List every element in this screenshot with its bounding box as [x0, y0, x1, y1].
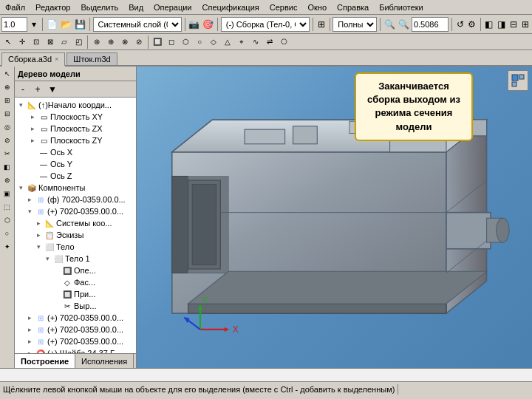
- sidebar-tab-exec[interactable]: Исполнения: [75, 354, 134, 368]
- view-area[interactable]: Заканчивается сборка выходом из режима с…: [137, 66, 532, 368]
- sidebar-tab-build[interactable]: Построение: [15, 354, 75, 368]
- left-icon-10[interactable]: ▣: [1, 188, 13, 200]
- left-icon-12[interactable]: ⬡: [1, 214, 13, 226]
- tree-collapse-btn[interactable]: -: [16, 83, 30, 96]
- menu-help[interactable]: Справка: [335, 2, 371, 13]
- settings-btn[interactable]: ⚙: [467, 16, 477, 33]
- tool-btn-17[interactable]: ⌖: [235, 35, 248, 49]
- expander-20[interactable]: ▸: [25, 337, 34, 346]
- expander-11[interactable]: ▸: [34, 231, 43, 239]
- save-btn[interactable]: 💾: [74, 16, 86, 33]
- expander-1[interactable]: ▸: [28, 112, 37, 121]
- tree-item-21[interactable]: ▸ ⭕ (+) Шайба 24.37 Г...: [16, 347, 134, 353]
- tree-item-0[interactable]: ▾ 📐 (↑)Начало коорди...: [16, 99, 134, 111]
- left-icon-14[interactable]: ✦: [1, 241, 13, 253]
- filter-btn[interactable]: ⊞: [316, 16, 326, 33]
- expander-18[interactable]: ▸: [25, 313, 34, 322]
- tree-item-7[interactable]: ▾ 📦 Компоненты: [16, 182, 134, 194]
- cam-btn[interactable]: 📷: [188, 16, 200, 33]
- left-icon-2[interactable]: ⊕: [1, 81, 13, 93]
- tool-btn-1[interactable]: ↖: [1, 35, 15, 49]
- tool-btn-19[interactable]: ⇌: [263, 35, 276, 49]
- tree-item-1[interactable]: ▸ ▭ Плоскость XY: [16, 111, 134, 123]
- tree-item-14[interactable]: ▸ 🔲 Опе...: [16, 265, 134, 276]
- target-btn[interactable]: 🎯: [202, 16, 214, 33]
- expander-19[interactable]: ▸: [25, 325, 34, 334]
- zoom-value-input[interactable]: [412, 17, 449, 32]
- corner-view-btn[interactable]: [508, 70, 528, 91]
- tree-item-13[interactable]: ▾ ⬜ Тело 1: [16, 253, 134, 265]
- tree-item-19[interactable]: ▸ ⊞ (+) 7020-0359.00.0...: [16, 324, 134, 335]
- misc-btn4[interactable]: ⊞: [520, 16, 531, 33]
- zoom-out-btn[interactable]: 🔍: [398, 16, 410, 33]
- tool-btn-9[interactable]: ⊗: [118, 35, 132, 49]
- menu-spec[interactable]: Спецификация: [200, 2, 262, 13]
- tree-item-20[interactable]: ▸ ⊞ (+) 7020-0359.00.0...: [16, 335, 134, 347]
- expander-8[interactable]: ▸: [25, 195, 34, 204]
- tree-item-15[interactable]: ▸ ◇ Фас...: [16, 276, 134, 288]
- expander-3[interactable]: ▸: [28, 136, 37, 145]
- tool-btn-13[interactable]: ⬡: [179, 35, 192, 49]
- left-icon-5[interactable]: ◎: [1, 121, 13, 133]
- tree-item-6[interactable]: ▸ — Ось Z: [16, 170, 134, 182]
- tool-btn-10[interactable]: ⊘: [132, 35, 146, 49]
- left-icon-8[interactable]: ◧: [1, 161, 13, 173]
- tree-item-8[interactable]: ▸ ⊞ (ф) 7020-0359.00.0...: [16, 194, 134, 205]
- tree-item-12[interactable]: ▾ ⬜ Тело: [16, 241, 134, 253]
- menu-file[interactable]: Файл: [3, 2, 27, 13]
- refresh-btn[interactable]: ↺: [455, 16, 466, 33]
- misc-btn1[interactable]: ◧: [484, 16, 494, 33]
- menu-edit[interactable]: Редактор: [33, 2, 72, 13]
- tree-item-5[interactable]: ▸ — Ось Y: [16, 158, 134, 170]
- assembly-select[interactable]: (-) Сборка (Тел-0, С: [221, 17, 310, 32]
- tool-btn-18[interactable]: ∿: [249, 35, 262, 49]
- left-icon-9[interactable]: ⊛: [1, 174, 13, 186]
- tool-btn-2[interactable]: ✛: [16, 35, 29, 49]
- tree-item-17[interactable]: ▸ ✂ Выр...: [16, 300, 134, 312]
- expander-12[interactable]: ▾: [34, 242, 43, 251]
- left-icon-11[interactable]: ⬚: [1, 201, 13, 213]
- tree-item-18[interactable]: ▸ ⊞ (+) 7020-0359.00.0...: [16, 312, 134, 324]
- tree-filter-btn[interactable]: ▼: [46, 83, 59, 96]
- tree-item-2[interactable]: ▸ ▭ Плоскость ZX: [16, 123, 134, 134]
- left-icon-7[interactable]: ✂: [1, 148, 13, 160]
- zoom-in-btn[interactable]: 🔍: [383, 16, 396, 33]
- left-icon-3[interactable]: ⊞: [1, 95, 13, 106]
- tab-shtok[interactable]: Шток.m3d: [66, 52, 117, 65]
- expander-7[interactable]: ▾: [16, 183, 25, 192]
- tool-btn-16[interactable]: △: [221, 35, 234, 49]
- menu-operations[interactable]: Операции: [151, 2, 194, 13]
- scale-input[interactable]: [1, 17, 27, 32]
- menu-window[interactable]: Окно: [305, 2, 329, 13]
- new-btn[interactable]: 📄: [46, 16, 58, 33]
- layer-select[interactable]: Системный слой (0): [93, 17, 182, 32]
- tree-expand-btn[interactable]: +: [31, 83, 44, 96]
- tab-sborka-close[interactable]: ×: [55, 55, 58, 63]
- left-icon-4[interactable]: ⊟: [1, 108, 13, 120]
- tool-btn-11[interactable]: 🔲: [151, 35, 164, 49]
- misc-btn3[interactable]: ⊟: [508, 16, 518, 33]
- tree-item-9[interactable]: ▾ ⊞ (+) 7020-0359.00.0...: [16, 205, 134, 217]
- left-icon-1[interactable]: ↖: [1, 68, 13, 80]
- menu-view[interactable]: Вид: [126, 2, 146, 13]
- scale-down-btn[interactable]: ▾: [29, 16, 39, 33]
- tool-btn-20[interactable]: ⎔: [277, 35, 290, 49]
- menu-libraries[interactable]: Библиотеки: [377, 2, 426, 13]
- tree-item-4[interactable]: ▸ — Ось X: [16, 146, 134, 158]
- menu-service[interactable]: Сервис: [267, 2, 300, 13]
- menu-select[interactable]: Выделить: [78, 2, 120, 13]
- tab-sborka[interactable]: Сборка.а3d ×: [1, 52, 65, 66]
- tool-btn-3[interactable]: ⊡: [30, 35, 43, 49]
- tree-item-3[interactable]: ▸ ▭ Плоскость ZY: [16, 134, 134, 146]
- left-icon-13[interactable]: ○: [1, 228, 13, 239]
- view-select[interactable]: Полный: [332, 17, 377, 32]
- expander-0[interactable]: ▾: [16, 100, 25, 109]
- misc-btn2[interactable]: ◨: [496, 16, 506, 33]
- expander-10[interactable]: ▸: [34, 219, 43, 228]
- tree-item-10[interactable]: ▸ 📐 Системы коо...: [16, 217, 134, 229]
- tree-item-11[interactable]: ▸ 📋 Эскизы: [16, 229, 134, 241]
- left-icon-6[interactable]: ⊘: [1, 134, 13, 146]
- tool-btn-14[interactable]: ○: [193, 35, 206, 49]
- tool-btn-6[interactable]: ◰: [72, 35, 85, 49]
- tool-btn-8[interactable]: ⊕: [104, 35, 117, 49]
